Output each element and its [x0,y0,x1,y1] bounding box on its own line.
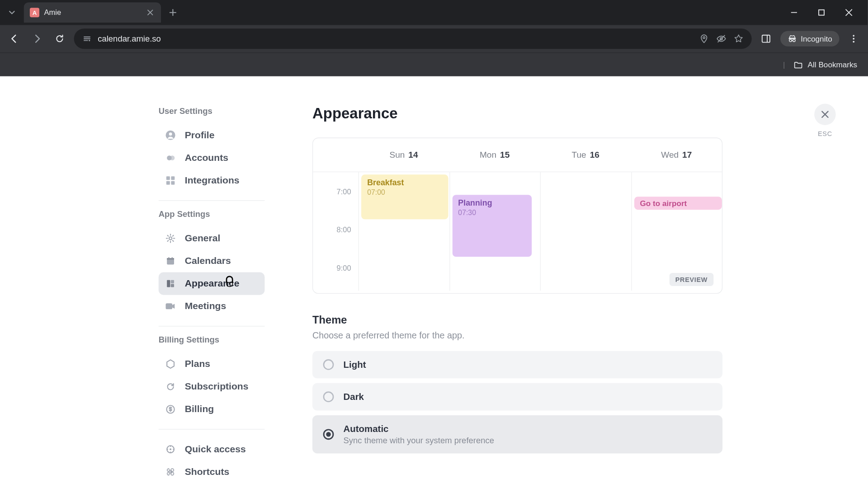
sidepanel-icon[interactable] [758,30,774,47]
refresh-icon [165,381,176,393]
time-label: 9:00 [337,264,351,272]
sidebar-item-label: Quick access [185,444,246,455]
preview-grid: 7:00 8:00 9:00 Breakfast 07:00 Planning … [313,172,722,291]
svg-rect-23 [167,280,170,287]
section-title-user: User Settings [159,106,265,116]
svg-rect-14 [166,176,170,180]
svg-point-2 [703,37,705,38]
svg-point-29 [170,448,171,450]
close-label: ESC [814,130,835,137]
location-icon[interactable] [699,34,709,43]
app-root: User Settings Profile Accounts Integrati… [0,76,868,488]
theme-option-light[interactable]: Light [312,351,722,379]
window-close-icon[interactable] [840,4,857,21]
svg-rect-16 [166,181,170,185]
dollar-icon [165,404,176,415]
section-title-app: App Settings [159,209,265,219]
incognito-chip[interactable]: Incognito [780,31,839,47]
event-airport: Go to airport [634,197,722,210]
event-planning: Planning 07:30 [452,195,532,257]
time-label: 7:00 [337,188,351,196]
profile-icon [165,129,176,141]
browser-chrome: A Amie calendar.amie.so [0,0,868,76]
radio-icon [323,359,334,370]
svg-rect-4 [762,35,770,42]
preview-day: Mon15 [449,138,540,172]
svg-point-18 [169,237,172,239]
close-button[interactable] [814,103,835,125]
preview-header: Sun14 Mon15 Tue16 Wed17 [313,138,722,172]
sidebar-item-shortcuts[interactable]: Shortcuts [159,460,265,483]
tab-favicon: A [30,8,39,17]
window-maximize-icon[interactable] [813,4,830,21]
window-minimize-icon[interactable] [786,4,802,21]
bookmarks-label: All Bookmarks [808,60,858,69]
preview-col-tue [540,172,631,291]
sidebar-item-label: Shortcuts [185,466,229,477]
theme-option-dark[interactable]: Dark [312,383,722,411]
preview-day: Sun14 [358,138,449,172]
tab-search-dropdown[interactable] [4,4,20,21]
svg-rect-0 [819,10,824,15]
sidebar-item-profile[interactable]: Profile [159,124,265,146]
sidebar-item-meetings[interactable]: Meetings [159,295,265,318]
sidebar-item-general[interactable]: General [159,227,265,249]
sidebar-item-label: Integrations [185,175,240,186]
svg-point-6 [793,39,795,42]
divider [159,200,265,201]
sidebar-item-label: Subscriptions [185,381,249,392]
time-label: 8:00 [337,226,351,234]
preview-day: Tue16 [540,138,631,172]
svg-rect-22 [172,257,173,259]
preview-col-mon: Planning 07:30 [449,172,540,291]
svg-point-9 [853,41,854,42]
sidebar-item-subscriptions[interactable]: Subscriptions [159,375,265,398]
accounts-icon [165,152,176,164]
browser-menu-icon[interactable] [845,30,862,47]
radio-icon [323,429,334,440]
palette-icon [165,277,176,289]
radio-icon [323,391,334,402]
svg-rect-25 [171,284,174,287]
sidebar-item-quick-access[interactable]: Quick access [159,438,265,460]
site-settings-icon[interactable] [82,34,92,43]
preview-time-gutter: 7:00 8:00 9:00 [313,172,358,291]
eye-off-icon[interactable] [716,33,727,44]
svg-rect-20 [167,258,174,260]
sidebar-item-label: General [185,233,221,244]
folder-icon [793,60,803,70]
divider [159,429,265,429]
nav-forward-button[interactable] [28,30,45,47]
nav-back-button[interactable] [6,30,23,47]
star-icon[interactable] [734,34,744,43]
svg-rect-21 [169,257,170,259]
svg-point-1 [89,40,90,41]
sidebar-item-billing[interactable]: Billing [159,398,265,421]
sidebar-item-integrations[interactable]: Integrations [159,169,265,192]
new-tab-button[interactable] [165,4,181,21]
theme-options: Light Dark Automatic Sync theme with you… [312,351,722,454]
address-bar[interactable]: calendar.amie.so [74,28,752,49]
option-label: Automatic [344,424,494,435]
option-sublabel: Sync theme with your system preference [344,436,494,445]
tab-close-icon[interactable] [146,8,155,17]
svg-rect-15 [171,176,175,180]
plans-icon [165,358,176,370]
sidebar-item-accounts[interactable]: Accounts [159,146,265,169]
nav-reload-button[interactable] [51,30,68,47]
settings-sidebar: User Settings Profile Accounts Integrati… [0,76,281,488]
sidebar-item-download-apps[interactable]: Download apps [159,483,265,488]
tab-title: Amie [44,8,141,16]
sidebar-item-calendars[interactable]: Calendars [159,249,265,272]
page-title: Appearance [312,105,837,122]
sidebar-item-plans[interactable]: Plans [159,353,265,375]
video-icon [165,300,176,312]
theme-option-automatic[interactable]: Automatic Sync theme with your system pr… [312,415,722,453]
all-bookmarks-button[interactable]: All Bookmarks [793,60,857,70]
preview-badge: PREVIEW [669,273,713,286]
incognito-label: Incognito [801,34,832,43]
section-title-billing: Billing Settings [159,335,265,344]
sidebar-item-appearance[interactable]: Appearance [159,272,265,295]
browser-tab[interactable]: A Amie [24,2,161,23]
sidebar-item-label: Meetings [185,301,226,312]
